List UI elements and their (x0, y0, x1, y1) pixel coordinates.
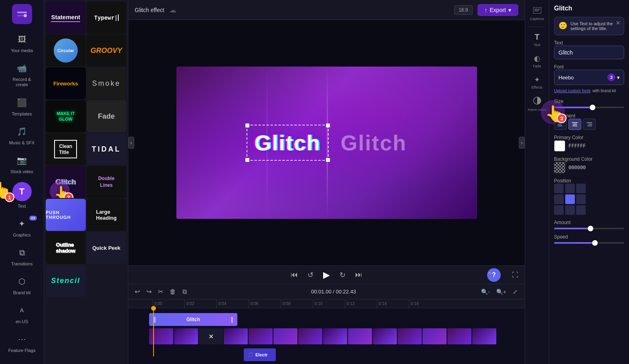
template-typewr[interactable]: Typewr| (87, 2, 127, 34)
template-groovy[interactable]: GROOVY (87, 34, 127, 67)
sidebar-item-text[interactable]: 👆 1 T Text (4, 179, 40, 212)
sidebar-item-record[interactable]: 📹 Record &create (4, 58, 40, 91)
forward-button[interactable]: ↻ (340, 271, 346, 279)
template-fade-label: Fade (98, 112, 115, 121)
record-icon: 📹 (15, 61, 29, 75)
rewind-button[interactable]: ↺ (307, 271, 313, 279)
sidebar-item-locale[interactable]: A en-US (4, 300, 40, 327)
amount-slider-thumb[interactable] (588, 226, 593, 231)
zoom-out-button[interactable]: 🔍- (479, 287, 492, 297)
sidebar-item-brand-kit[interactable]: ⬡ Brand kit (4, 271, 40, 298)
collapse-timeline-btn[interactable]: ⌃ (487, 271, 493, 279)
rail-item-fade[interactable]: ◐ Fade (526, 51, 548, 71)
aspect-ratio-badge[interactable]: 16:9 (454, 5, 472, 15)
upload-fonts-link[interactable]: Upload custom fonts (554, 89, 591, 93)
speed-slider-thumb[interactable] (592, 240, 598, 246)
pos-mr[interactable] (576, 194, 586, 204)
left-chevron-icon: ‹ (128, 137, 134, 149)
speed-slider[interactable] (554, 242, 624, 244)
sidebar-item-transitions[interactable]: ⧉ Transitions (4, 242, 40, 269)
template-double-lines[interactable]: DoubleLines (87, 166, 127, 198)
template-clean-title[interactable]: CleanTitle (46, 133, 86, 165)
align-center-button[interactable] (568, 119, 581, 130)
your-media-icon: 🖼 (15, 32, 29, 47)
fit-zoom-button[interactable]: ⤢ (510, 287, 520, 297)
pos-mc[interactable] (565, 194, 575, 204)
ruler-mark-7: 0:14 (377, 299, 409, 308)
cut-button[interactable]: ✂ (156, 286, 165, 297)
template-tidal[interactable]: TIDAL (87, 133, 127, 165)
sidebar-item-your-media[interactable]: 🖼 Your media (4, 29, 40, 56)
pos-br[interactable] (576, 205, 586, 215)
handle-tl (245, 123, 249, 127)
pos-ml[interactable] (554, 194, 564, 204)
font-select-dropdown[interactable]: Heebo 3 ▾ (554, 70, 624, 85)
position-grid (554, 184, 586, 215)
template-outline-shadow[interactable]: Outlineshadow (46, 232, 86, 264)
export-button[interactable]: ↑ Export ▾ (477, 4, 518, 16)
cursor-2-wrapper: 👆 2 (54, 185, 72, 198)
fullscreen-button[interactable]: ⛶ (512, 271, 518, 279)
rail-item-text[interactable]: T Text (526, 29, 548, 50)
template-statement[interactable]: Statement (46, 2, 86, 34)
timeline-body[interactable]: 0:00 0:02 0:04 0:06 0:08 0:10 0:12 0:14 … (128, 299, 525, 364)
size-slider-thumb[interactable] (590, 105, 595, 110)
template-stencil[interactable]: Stencil (46, 265, 86, 297)
upload-fonts-suffix: with brand kit (593, 89, 616, 93)
amount-slider[interactable] (554, 228, 624, 229)
thumb-13 (447, 328, 471, 344)
primary-color-swatch[interactable] (554, 140, 565, 152)
prev-frame-button[interactable]: ⏮ (291, 271, 298, 279)
rail-item-adjust-colors[interactable]: Adjust colors (526, 93, 548, 115)
glitch-clip[interactable]: ‖ Glitch ‖ (149, 313, 237, 326)
play-button[interactable]: ▶ (323, 270, 330, 280)
next-frame-button[interactable]: ⏭ (355, 271, 362, 279)
left-collapse-btn[interactable]: ‹ (128, 137, 134, 149)
size-slider[interactable] (554, 107, 624, 108)
thumb-7 (298, 328, 322, 344)
sidebar-item-templates[interactable]: ⬛ Templates (4, 92, 40, 119)
align-left-button[interactable] (554, 119, 567, 130)
pos-tl[interactable] (554, 184, 564, 193)
bg-color-swatch[interactable] (554, 162, 565, 173)
template-push-through[interactable]: PUSH THROUGH (46, 199, 86, 231)
music-clip[interactable]: 🎵 Electr (244, 348, 276, 361)
rail-item-captions[interactable]: Captions (526, 4, 548, 24)
pos-bl[interactable] (554, 205, 564, 215)
zoom-in-button[interactable]: 🔍+ (494, 287, 509, 297)
text-section: Text (554, 40, 624, 59)
playhead[interactable] (153, 308, 154, 356)
align-right-button[interactable] (583, 119, 596, 130)
music-track: 🎵 Electr (128, 346, 525, 364)
handle-bl (245, 158, 249, 162)
delete-button[interactable]: 🗑 (168, 287, 178, 297)
template-glitch-label: Glitch (55, 178, 76, 186)
template-fireworks[interactable]: Fireworks (46, 67, 86, 99)
template-circular[interactable]: Circular (46, 34, 86, 67)
template-large-heading[interactable]: LargeHeading (87, 199, 127, 231)
sidebar-item-stock-video[interactable]: 📷 Stock video (4, 150, 40, 177)
sidebar-item-graphics[interactable]: ✦ Graphics 88 (4, 213, 40, 241)
template-glitch-active[interactable]: Glitch 👆 2 (46, 166, 86, 198)
thumb-2 (174, 328, 198, 344)
right-collapse-btn[interactable]: › (519, 137, 525, 149)
pos-tr[interactable] (576, 184, 586, 193)
redo-button[interactable]: ↪ (145, 286, 153, 297)
rail-divider-1 (529, 26, 545, 27)
template-smoke[interactable]: Smoke (87, 67, 127, 99)
pos-tc[interactable] (565, 184, 575, 193)
template-make-it-glow[interactable]: MAKE ITGLOW (46, 100, 86, 132)
template-fade[interactable]: Fade (87, 100, 127, 132)
sidebar-item-feature-flags[interactable]: ⋯ Feature Flags (4, 329, 40, 356)
pos-bc[interactable] (565, 205, 575, 215)
rail-item-effects[interactable]: ✦ Effects (526, 72, 548, 93)
selection-box[interactable]: Glitch (246, 125, 328, 161)
app-logo[interactable] (12, 4, 32, 24)
template-quick-peek[interactable]: Quick Peek (87, 232, 127, 264)
undo-button[interactable]: ↩ (133, 286, 142, 297)
duplicate-button[interactable]: ⧉ (181, 287, 188, 297)
sidebar-item-music-sfx[interactable]: 🎵 Music & SFX (4, 121, 40, 148)
tooltip-close-button[interactable]: ✕ (616, 20, 621, 26)
preview-canvas: Glitch Glitch (176, 67, 477, 219)
text-field-input[interactable] (554, 46, 624, 59)
